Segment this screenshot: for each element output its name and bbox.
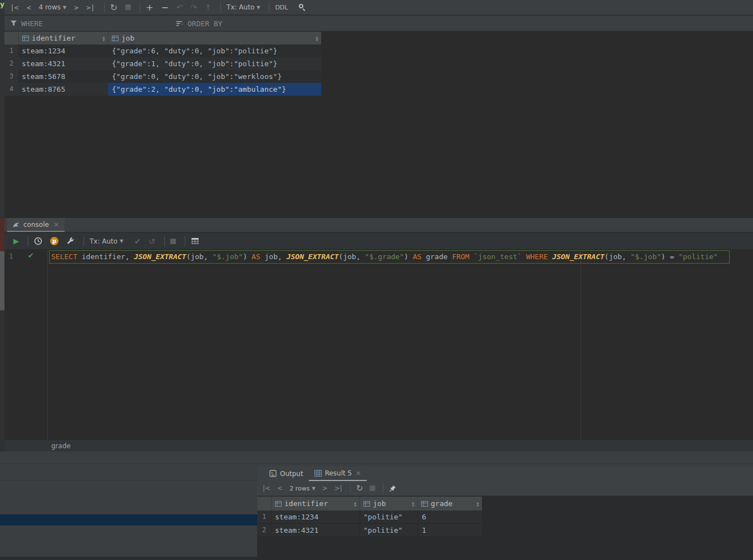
background-row-divider: [0, 463, 753, 464]
grid-row: 3 steam:5678 {"grade":0, "duty":0, "job"…: [4, 70, 321, 83]
output-options-icon[interactable]: [191, 237, 199, 245]
ddl-button[interactable]: DDL: [275, 4, 288, 11]
console-toolbar: ▶ p Tx: Auto▼ ✔ ↺: [4, 233, 753, 250]
submit-icon[interactable]: ↑: [205, 3, 211, 12]
first-page-button[interactable]: |<: [263, 484, 270, 492]
result-row: 2 steam:4321 "politie" 1: [257, 524, 482, 537]
chevron-down-icon: ▼: [120, 239, 123, 244]
toolbar-separator: [164, 236, 165, 246]
next-page-button[interactable]: >: [322, 484, 328, 492]
line-number: 1: [9, 252, 13, 260]
row-number[interactable]: 2: [257, 524, 271, 537]
close-icon[interactable]: ×: [53, 221, 60, 228]
commit-icon[interactable]: ✔: [134, 237, 141, 246]
close-icon[interactable]: ×: [355, 469, 361, 477]
where-filter-input[interactable]: WHERE: [10, 16, 43, 31]
cell-grade[interactable]: 1: [417, 524, 482, 537]
refresh-icon[interactable]: ↻: [356, 483, 363, 493]
cell-job[interactable]: {"grade":0, "duty":0, "job":"werkloos"}: [108, 70, 321, 83]
sql-statement[interactable]: SELECT identifier, JSON_EXTRACT(job, "$.…: [51, 251, 718, 263]
cell-identifier[interactable]: steam:8765: [18, 83, 108, 96]
column-header-job[interactable]: job ▲▼: [360, 497, 417, 511]
page-size-dropdown[interactable]: 2 rows▼: [289, 485, 315, 492]
toolbar-separator: [185, 236, 185, 246]
cell-job[interactable]: "politie": [360, 511, 417, 523]
column-header-grade[interactable]: grade ▲▼: [417, 497, 482, 511]
revert-icon[interactable]: ↶: [176, 3, 183, 12]
delete-row-button[interactable]: −: [161, 2, 168, 13]
last-page-button[interactable]: >|: [334, 484, 342, 492]
toolbar-separator: [83, 236, 84, 246]
transaction-mode-dropdown[interactable]: Tx: Auto▼: [227, 3, 260, 11]
rollback-icon[interactable]: ↺: [149, 237, 155, 246]
refresh-icon[interactable]: ↻: [110, 2, 117, 13]
cell-job-selected[interactable]: {"grade":2, "duty":0, "job":"ambulance"}: [108, 83, 321, 96]
row-number[interactable]: 1: [257, 511, 271, 523]
row-number[interactable]: 3: [4, 70, 18, 83]
previous-page-button[interactable]: <: [27, 3, 31, 12]
executed-check-icon[interactable]: ✔: [28, 251, 34, 260]
redo-icon[interactable]: ↷: [191, 3, 198, 12]
console-tab-bar: console ×: [4, 218, 753, 232]
last-page-button[interactable]: >|: [86, 3, 95, 12]
grid-toolbar: |< < 4 rows▼ > >| ↻ + − ↶ ↷ ↑ Tx: Auto▼ …: [4, 0, 753, 15]
occluded-window-dark-strip: [0, 310, 4, 452]
stop-icon: [125, 4, 131, 10]
column-icon: [275, 500, 282, 507]
hint-label: grade: [51, 442, 71, 450]
column-header-identifier[interactable]: identifier ▲▼: [271, 497, 360, 511]
sql-editor[interactable]: 1 ✔ SELECT identifier, JSON_EXTRACT(job,…: [4, 250, 753, 439]
run-icon[interactable]: ▶: [13, 237, 19, 245]
grid-corner-cell[interactable]: [4, 32, 18, 44]
order-by-icon: [176, 21, 184, 27]
background-selected-row: [0, 514, 257, 526]
search-icon[interactable]: [299, 4, 306, 11]
page-size-dropdown[interactable]: 4 rows▼: [38, 3, 66, 11]
sort-toggle-icon[interactable]: ▲▼: [476, 501, 480, 507]
cell-job[interactable]: "politie": [360, 524, 417, 537]
cell-identifier[interactable]: steam:5678: [18, 70, 108, 83]
grid-corner-cell[interactable]: [257, 497, 271, 511]
row-number[interactable]: 2: [4, 57, 18, 70]
tab-console[interactable]: console ×: [7, 218, 65, 232]
tab-result-5[interactable]: Result 5 ×: [309, 466, 367, 481]
tab-label: console: [23, 221, 49, 229]
first-page-button[interactable]: |<: [10, 3, 19, 12]
settings-wrench-icon[interactable]: [66, 237, 75, 245]
result-toolbar: |< < 2 rows▼ > >| ↻: [257, 481, 753, 496]
sort-toggle-icon[interactable]: ▲▼: [102, 36, 106, 41]
result-tab-bar: Output Result 5 ×: [257, 466, 753, 481]
tab-output[interactable]: Output: [264, 466, 309, 481]
grid-filter-bar: WHERE ORDER BY: [4, 16, 753, 31]
sort-toggle-icon[interactable]: ▲▼: [412, 501, 415, 507]
row-number[interactable]: 1: [4, 44, 18, 57]
sort-toggle-icon[interactable]: ▲▼: [354, 501, 357, 507]
order-by-input[interactable]: ORDER BY: [176, 16, 223, 31]
result-grid: identifier ▲▼ job ▲▼ grade ▲▼ 1 steam:12…: [257, 497, 482, 537]
scrollbar-thumb[interactable]: [0, 251, 4, 310]
cell-identifier[interactable]: steam:1234: [18, 44, 108, 57]
next-page-button[interactable]: >: [74, 3, 78, 12]
sort-toggle-icon[interactable]: ▲▼: [316, 36, 319, 41]
row-number[interactable]: 4: [4, 83, 18, 96]
column-icon: [112, 35, 119, 42]
toolbar-separator: [220, 2, 221, 12]
cell-grade[interactable]: 6: [417, 511, 482, 523]
occluded-window-text: y: [0, 0, 4, 11]
cell-identifier[interactable]: steam:1234: [271, 511, 360, 523]
add-row-button[interactable]: +: [146, 2, 153, 13]
cell-job[interactable]: {"grade":6, "duty":0, "job":"politie"}: [108, 44, 321, 57]
column-header-identifier[interactable]: identifier ▲▼: [18, 32, 108, 44]
column-header-job[interactable]: job ▲▼: [108, 32, 321, 44]
cell-identifier[interactable]: steam:4321: [18, 57, 108, 70]
chevron-down-icon: ▼: [257, 5, 260, 10]
parameters-icon[interactable]: p: [50, 237, 58, 245]
previous-page-button[interactable]: <: [277, 484, 283, 492]
history-icon[interactable]: [34, 237, 42, 245]
cell-identifier[interactable]: steam:4321: [271, 524, 360, 537]
console-transaction-dropdown[interactable]: Tx: Auto▼: [90, 237, 123, 245]
editor-hint-bar: grade: [4, 439, 753, 452]
pin-tab-icon[interactable]: [389, 485, 396, 492]
grid-row: 2 steam:4321 {"grade":1, "duty":0, "job"…: [4, 57, 321, 70]
cell-job[interactable]: {"grade":1, "duty":0, "job":"politie"}: [108, 57, 321, 70]
